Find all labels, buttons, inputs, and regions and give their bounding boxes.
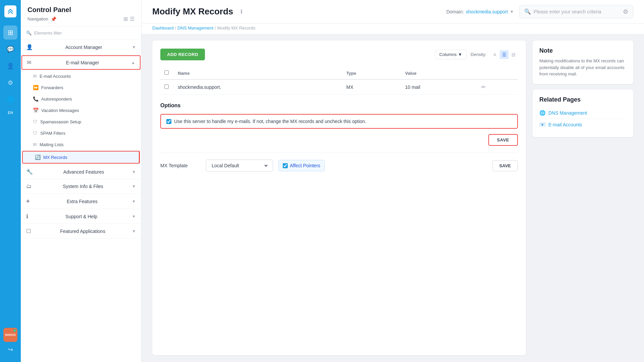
sidebar-item-support-help[interactable]: ℹ Support & Help ▼ [21,209,141,224]
related-email-accounts[interactable]: 📧 E-mail Accounts [539,119,627,130]
add-record-button[interactable]: ADD RECORD [160,49,205,60]
icon-bar-settings[interactable]: ⚙ [3,76,17,90]
mx-records-label: MX Records [43,155,67,160]
density-icons: ≡ ☰ ⊟ [490,50,518,59]
user-avatar[interactable]: SHOCK [3,328,17,342]
sidebar-item-autoresponders[interactable]: 📞 Autoresponders [21,93,141,105]
search-bar-icon: 🔍 [524,8,531,15]
content-area: ADD RECORD Columns ▼ Density: ≡ ☰ ⊟ [142,34,644,362]
icon-bar-globe[interactable]: 🌐 [3,93,17,107]
search-input[interactable] [534,9,620,14]
sidebar-item-advanced-features[interactable]: 🔧 Advanced Features ▼ [21,165,141,179]
row-checkbox[interactable] [164,84,169,89]
vacation-messages-icon: 📅 [33,108,39,113]
filter-icon[interactable]: ⚙ [623,8,628,15]
note-panel: Note Making modifications to the MX reco… [533,41,633,355]
info-icon[interactable]: ℹ [240,8,243,15]
mx-template-dropdown[interactable]: Local Default Remote Mail Backup Mail [210,163,269,169]
pin-icon: 📌 [51,16,56,22]
breadcrumb-dashboard[interactable]: Dashboard [152,25,174,31]
icon-bar-chat[interactable]: 💬 [3,42,17,56]
affect-pointers-label: Affect Pointers [290,163,320,168]
user-label: SHOCK [5,333,16,337]
account-manager-icon: 👤 [26,44,33,50]
sidebar-item-vacation-messages[interactable]: 📅 Vacation Messages [21,105,141,116]
sidebar-item-spam-filters[interactable]: 🛡 SPAM Filters [21,127,141,139]
mx-template-label: MX Template [160,163,201,168]
sidebar-item-system-info[interactable]: 🗂 System Info & Files ▼ [21,179,141,193]
advanced-features-icon: 🔧 [26,169,33,175]
forwarders-label: Forwarders [41,85,63,90]
mx-template-select[interactable]: Local Default Remote Mail Backup Mail [206,160,273,172]
logo[interactable]: path{fill:none;stroke:#1a9de1;stroke-wid… [4,5,16,17]
density-compact-icon[interactable]: ≡ [490,50,499,59]
sidebar-section-extra: + Extra Features ▼ [21,194,141,209]
affect-pointers-row[interactable]: Affect Pointers [278,160,325,171]
mx-save-button[interactable]: SAVE [492,160,518,171]
icon-bar-logout[interactable]: ↪ [3,343,17,357]
records-table: Name Type Value shockmedia.support. MX 1… [160,67,518,95]
sidebar-section-account-manager: 👤 Account Manager ▼ [21,40,141,55]
related-email-label: E-mail Accounts [548,122,582,127]
search-placeholder[interactable]: Elements filter [34,31,62,36]
extra-features-icon: + [26,198,30,205]
sidebar-item-mx-records[interactable]: 🔄 MX Records [22,151,140,164]
note-text: Making modifications to the MX records c… [539,58,627,77]
edit-icon[interactable]: ✏ [481,84,486,90]
col-actions [477,67,518,79]
list-view-icon[interactable]: ☰ [130,16,135,22]
save-btn-row: SAVE [160,134,518,146]
grid-view-icon[interactable]: ⊞ [123,16,128,22]
icon-bar-contacts[interactable]: 👤 [3,59,17,73]
mx-records-icon: 🔄 [35,155,41,160]
sidebar-item-email-accounts[interactable]: ✉ E-mail Accounts [21,70,141,82]
row-type: MX [342,79,401,95]
domain-value[interactable]: shockmedia.support [466,9,508,14]
select-all-checkbox[interactable] [164,70,169,75]
sidebar-title: Control Panel [28,6,135,14]
domain-chevron-icon: ▼ [510,9,514,14]
sidebar-section-system-info: 🗂 System Info & Files ▼ [21,179,141,194]
email-manager-chevron: ▲ [131,60,135,65]
related-dns-management[interactable]: 🌐 DNS Management [539,107,627,119]
note-title: Note [539,47,627,54]
content-main: ADD RECORD Columns ▼ Density: ≡ ☰ ⊟ [152,41,526,355]
density-normal-icon[interactable]: ☰ [500,50,508,59]
sidebar-item-spamassassin[interactable]: 🛡 Spamassassin Setup [21,116,141,127]
featured-apps-icon: ☐ [26,228,31,234]
columns-button[interactable]: Columns ▼ [435,50,467,59]
system-info-label: System Info & Files [63,184,103,189]
mx-template-row: MX Template Local Default Remote Mail Ba… [160,153,518,172]
sidebar-item-featured-apps[interactable]: ☐ Featured Applications ▼ [21,224,141,238]
col-value: Value [401,67,477,79]
save-button[interactable]: SAVE [488,134,518,146]
sidebar-item-mailing-lists[interactable]: ✉ Mailing Lists [21,139,141,150]
vacation-messages-label: Vacation Messages [41,108,79,113]
main: Modify MX Records ℹ Domain: shockmedia.s… [142,0,644,362]
system-info-chevron: ▼ [132,184,136,189]
sidebar-item-email-manager[interactable]: ✉ E-mail Manager ▲ [21,55,141,70]
lang-label[interactable]: EN [8,111,13,115]
use-server-checkbox[interactable] [166,119,171,124]
sidebar: Control Panel Navigation 📌 ⊞ ☰ 🔍 Element… [21,0,142,362]
breadcrumb-dns-management[interactable]: DNS Management [177,25,213,31]
featured-apps-chevron: ▼ [132,229,136,234]
sidebar-section-featured: ☐ Featured Applications ▼ [21,224,141,239]
density-comfortable-icon[interactable]: ⊟ [509,50,518,59]
table-row: shockmedia.support. MX 10 mail ✏ [160,79,518,95]
use-server-label: Use this server to handle my e-mails. If… [174,119,366,124]
email-manager-label: E-mail Manager [66,60,99,65]
search-bar: 🔍 ⚙ [519,5,633,18]
sidebar-section-advanced: 🔧 Advanced Features ▼ [21,165,141,179]
sidebar-item-account-manager[interactable]: 👤 Account Manager ▼ [21,40,141,54]
domain-selector[interactable]: Domain: shockmedia.support ▼ [446,9,514,14]
affect-pointers-checkbox[interactable] [283,163,288,168]
globe-icon: 🌐 [539,110,546,116]
related-dns-label: DNS Management [548,110,587,116]
options-section: Options Use this server to handle my e-m… [160,103,518,146]
email-icon: 📧 [539,122,546,128]
sidebar-item-forwarders[interactable]: ⏩ Forwarders [21,82,141,93]
icon-bar-dashboard[interactable]: ⊞ [3,25,17,40]
mailing-lists-label: Mailing Lists [40,142,64,147]
sidebar-item-extra-features[interactable]: + Extra Features ▼ [21,194,141,209]
